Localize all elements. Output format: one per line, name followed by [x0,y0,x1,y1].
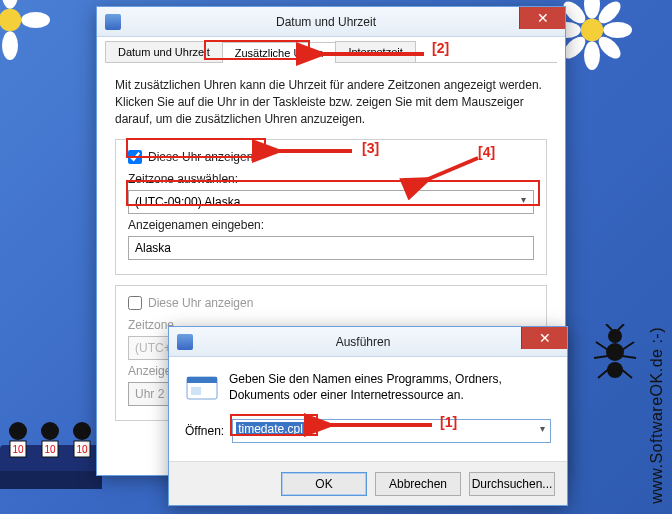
svg-point-8 [581,19,603,41]
tab-date-time[interactable]: Datum und Uhrzeit [105,41,223,62]
tab-internet-time[interactable]: Internetzeit [335,41,415,62]
svg-point-16 [607,362,623,378]
svg-point-12 [21,12,50,28]
browse-button[interactable]: Durchsuchen... [469,472,555,496]
run-titlebar[interactable]: Ausführen ✕ [169,327,567,357]
close-icon: ✕ [539,331,551,345]
close-icon: ✕ [537,11,549,25]
app-icon [105,14,121,30]
clock2-show-label: Diese Uhr anzeigen [148,296,253,310]
svg-rect-29 [187,377,217,383]
run-description: Geben Sie den Namen eines Programms, Ord… [229,371,551,403]
svg-point-1 [584,41,600,70]
run-window: Ausführen ✕ Geben Sie den Namen eines Pr… [168,326,568,506]
svg-rect-18 [0,471,102,489]
ant-decoration [590,324,640,384]
clock1-name-input[interactable] [128,236,534,260]
run-button-row: OK Abbrechen Durchsuchen... [169,461,567,505]
run-app-icon [177,334,193,350]
svg-point-9 [2,0,18,9]
svg-point-20 [41,422,59,440]
clock1-group: Diese Uhr anzeigen Zeitzone auswählen: (… [115,139,547,275]
watermark-vertical: www.SoftwareOK.de :-) [648,327,666,504]
svg-text:10: 10 [76,444,88,455]
svg-text:10: 10 [44,444,56,455]
svg-point-19 [9,422,27,440]
clock1-tz-select[interactable]: (UTC-09:00) Alaska [128,190,534,214]
svg-rect-30 [191,387,201,395]
run-open-label: Öffnen: [185,424,224,438]
tab-strip: Datum und Uhrzeit Zusätzliche Uhren Inte… [105,41,557,63]
titlebar[interactable]: Datum und Uhrzeit ✕ [97,7,565,37]
svg-text:10: 10 [12,444,24,455]
description-text: Mit zusätzlichen Uhren kann die Uhrzeit … [115,77,547,127]
svg-point-14 [608,329,622,343]
clock1-show-checkbox[interactable] [128,150,142,164]
close-button[interactable]: ✕ [519,7,565,29]
run-close-button[interactable]: ✕ [521,327,567,349]
ok-button[interactable]: OK [281,472,367,496]
clock2-show-checkbox[interactable] [128,296,142,310]
run-open-combo[interactable]: timedate.cpl [232,419,551,443]
run-icon [185,371,219,405]
run-open-value: timedate.cpl [236,422,305,436]
svg-point-13 [0,9,21,31]
cancel-button[interactable]: Abbrechen [375,472,461,496]
svg-point-10 [2,31,18,60]
window-title: Datum und Uhrzeit [127,15,565,29]
svg-point-3 [603,22,632,38]
svg-point-21 [73,422,91,440]
clock1-tz-label: Zeitzone auswählen: [128,172,534,186]
run-window-title: Ausführen [199,335,567,349]
clock1-name-label: Anzeigenamen eingeben: [128,218,534,232]
svg-point-0 [584,0,600,19]
flower-decoration [0,0,50,60]
svg-point-15 [606,343,624,361]
clock1-show-label: Diese Uhr anzeigen [148,150,253,164]
tab-additional-clocks[interactable]: Zusätzliche Uhren [222,42,337,63]
judges-decoration: 10 10 10 [0,411,110,494]
